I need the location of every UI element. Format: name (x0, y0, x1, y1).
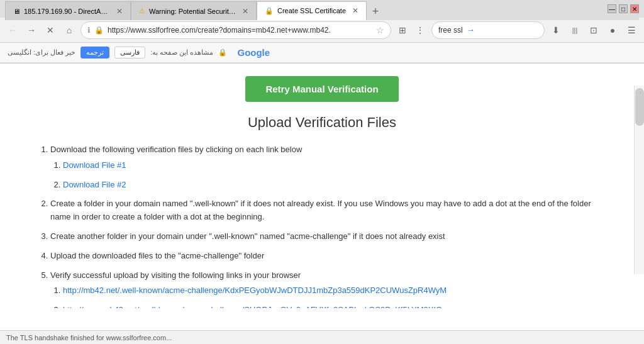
status-text: The TLS handshake finished for www.sslfo… (6, 334, 172, 341)
instruction-text-2: Create a folder in your domain named ".w… (50, 199, 591, 221)
close-button[interactable]: ✕ (630, 4, 639, 13)
page-title: Upload Verification Files (38, 114, 606, 131)
url-bar[interactable]: ℹ 🔒 https://www.sslforfree.com/create?do… (80, 21, 391, 39)
search-bar[interactable]: free ssl → (431, 21, 545, 39)
url-text: https://www.sslforfree.com/create?domain… (108, 26, 372, 35)
instruction-text-1: Download the following verification file… (50, 145, 302, 154)
tab-close-3[interactable]: ✕ (352, 6, 358, 15)
back-button[interactable]: ← (5, 23, 20, 38)
tab-close-2[interactable]: ✕ (242, 7, 248, 16)
lock-icon-trans: 🔒 (218, 48, 227, 57)
info-icon: ℹ (87, 26, 91, 35)
translation-bar: Google 🔒 مشاهده این صفحه به: فارسی ترجمه… (0, 43, 644, 63)
download-file-2-link[interactable]: Download File #2 (63, 180, 126, 189)
cast-icon[interactable]: ⊡ (586, 23, 601, 38)
minimize-button[interactable]: — (608, 4, 616, 13)
history-icon[interactable]: ||| (567, 23, 582, 38)
tab-favicon-1: 🖥 (13, 8, 20, 15)
download-links-list: Download File #1 Download File #2 (50, 159, 606, 192)
bookmark-icon[interactable]: ☆ (376, 25, 384, 35)
search-arrow-icon: → (467, 25, 475, 35)
instructions: Download the following verification file… (38, 143, 606, 308)
window-controls: — □ ✕ (608, 0, 639, 18)
list-item: Download the following verification file… (50, 143, 606, 191)
address-bar: ← → ✕ ⌂ ℹ 🔒 https://www.sslforfree.com/c… (0, 18, 644, 43)
title-bar: 🖥 185.179.169.90 - DirectAdmin ✕ ⚠ Warni… (0, 0, 644, 18)
verify-links-list: http://mb42.net/.well-known/acme-challen… (50, 284, 606, 308)
list-item: Upload the downloaded files to the "acme… (50, 250, 606, 263)
scrollbar[interactable] (634, 86, 644, 274)
browser-chrome: 🖥 185.179.169.90 - DirectAdmin ✕ ⚠ Warni… (0, 0, 644, 64)
maximize-button[interactable]: □ (619, 4, 628, 13)
tab-favicon-3: 🔒 (265, 7, 274, 15)
list-item: Create another folder in your domain und… (50, 230, 606, 243)
home-button[interactable]: ⌂ (62, 23, 77, 38)
tab-label-2: Warning: Potential Security Ri... (149, 8, 236, 15)
list-item: Download File #1 (63, 159, 606, 172)
tab-warning[interactable]: ⚠ Warning: Potential Security Ri... ✕ (131, 1, 257, 20)
profile-icon[interactable]: ● (605, 23, 620, 38)
google-logo: Google (237, 47, 270, 58)
download-icon[interactable]: ⬇ (548, 23, 564, 38)
retry-manual-verification-button[interactable]: Retry Manual Verification (245, 76, 398, 102)
status-bar: The TLS handshake finished for www.sslfo… (0, 330, 644, 344)
page-content: Retry Manual Verification Upload Verific… (0, 64, 644, 308)
instruction-text-4: Upload the downloaded files to the "acme… (50, 251, 264, 260)
instruction-text-5: Verify successful upload by visiting the… (50, 270, 301, 280)
tab-close-1[interactable]: ✕ (116, 7, 123, 16)
settings-icon[interactable]: ☰ (624, 23, 639, 38)
tab-directadmin[interactable]: 🖥 185.179.169.90 - DirectAdmin ✕ (5, 1, 131, 20)
new-tab-button[interactable]: + (367, 3, 384, 20)
search-text: free ssl (438, 26, 463, 35)
detect-label: خیر فعال برای: انگلیسی (8, 48, 75, 57)
instructions-list: Download the following verification file… (38, 143, 606, 308)
download-file-1-link[interactable]: Download File #1 (63, 160, 126, 170)
lock-icon: 🔒 (94, 26, 104, 35)
list-item: Verify successful upload by visiting the… (50, 269, 606, 308)
tab-bar: 🖥 185.179.169.90 - DirectAdmin ✕ ⚠ Warni… (5, 0, 639, 20)
list-item: Create a folder in your domain named ".w… (50, 197, 606, 224)
list-item: Download File #2 (63, 179, 606, 192)
verify-link-1[interactable]: http://mb42.net/.well-known/acme-challen… (63, 286, 447, 295)
tab-ssl[interactable]: 🔒 Create SSL Certificate ✕ (257, 1, 367, 20)
forward-button[interactable]: → (24, 23, 39, 38)
more-icon[interactable]: ⋮ (413, 23, 428, 38)
list-item: http://www.mb42.net/.well-known/acme-cha… (63, 304, 606, 308)
tab-favicon-2: ⚠ (139, 7, 145, 15)
persian-btn[interactable]: فارسی (114, 47, 145, 58)
extensions-icon[interactable]: ⊞ (395, 23, 410, 38)
instruction-text-3: Create another folder in your domain und… (50, 231, 445, 241)
tab-label-1: 185.179.169.90 - DirectAdmin (24, 8, 110, 15)
scrollbar-thumb[interactable] (635, 88, 644, 126)
reload-button[interactable]: ✕ (43, 23, 58, 38)
view-page-label: مشاهده این صفحه به: (150, 48, 213, 57)
list-item: http://mb42.net/.well-known/acme-challen… (63, 284, 606, 297)
verify-link-2[interactable]: http://www.mb42.net/.well-known/acme-cha… (63, 305, 450, 308)
tab-label-3: Create SSL Certificate (277, 7, 346, 14)
toolbar-icons: ⊞ ⋮ (395, 23, 428, 38)
translate-btn[interactable]: ترجمه (80, 47, 109, 58)
